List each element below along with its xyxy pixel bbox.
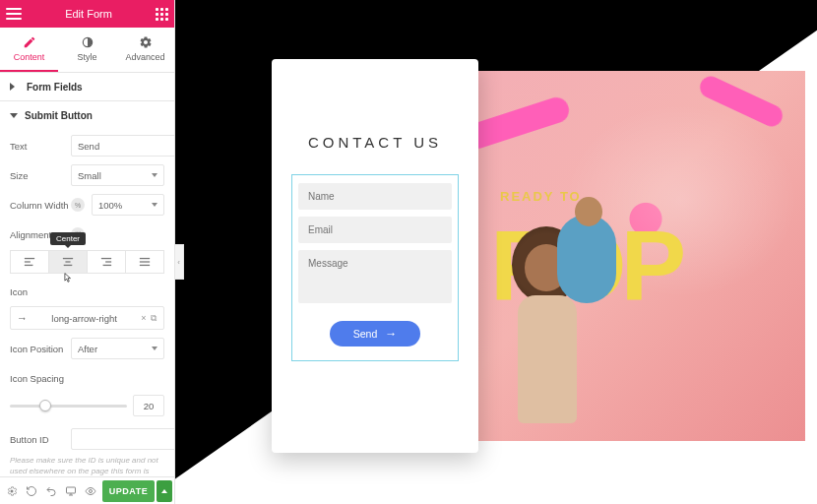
label-icon-spacing: Icon Spacing <box>10 373 164 384</box>
row-button-id: Button ID <box>10 426 164 452</box>
slider-icon-spacing[interactable] <box>10 396 127 415</box>
tooltip-center: Center <box>50 232 86 245</box>
row-size: Size Small <box>10 162 164 188</box>
caret-right-icon <box>10 83 19 91</box>
tab-style[interactable]: Style <box>58 28 116 72</box>
icon-library-name: long-arrow-right <box>51 313 117 324</box>
tab-advanced[interactable]: Advanced <box>116 28 174 72</box>
hamburger-icon[interactable] <box>6 8 22 20</box>
gear-icon <box>139 35 153 49</box>
style-icon <box>81 35 94 49</box>
editor-panel: Edit Form Content Style Advanced Form Fi… <box>0 0 175 504</box>
hero-image: READY TO POP <box>451 71 805 441</box>
row-icon-position: Icon Position After <box>10 336 164 361</box>
align-justify[interactable] <box>126 250 164 274</box>
input-name[interactable] <box>298 183 452 210</box>
history-button[interactable] <box>41 477 61 505</box>
card-heading: CONTACT US <box>308 134 442 151</box>
input-button-text[interactable] <box>71 135 174 157</box>
update-button[interactable]: UPDATE <box>102 480 155 502</box>
align-center-icon <box>62 257 74 267</box>
align-right-icon <box>100 257 112 267</box>
history-icon <box>26 485 37 497</box>
input-icon-spacing[interactable]: 20 <box>133 395 164 416</box>
row-text: Text <box>10 133 164 158</box>
send-button[interactable]: Send → <box>330 321 420 346</box>
contact-card: CONTACT US Send → <box>272 59 478 453</box>
label-size: Size <box>10 170 71 181</box>
label-icon: Icon <box>10 286 71 297</box>
tab-content[interactable]: Content <box>0 28 58 72</box>
panel-collapse-handle[interactable]: ‹ <box>174 244 184 280</box>
select-icon-position[interactable]: After <box>71 338 164 359</box>
photo-overline: READY TO <box>500 189 582 204</box>
row-column-width: Column Width % 100% <box>10 192 164 218</box>
svg-point-17 <box>90 489 93 492</box>
panel-scroll[interactable]: Form Fields Submit Button Text Size Smal… <box>0 73 174 476</box>
chevron-down-icon <box>152 203 157 207</box>
label-icon-position: Icon Position <box>10 344 71 354</box>
settings-button[interactable] <box>2 477 22 505</box>
label-text: Text <box>10 141 71 152</box>
unit-toggle[interactable]: % <box>71 198 85 212</box>
caret-up-icon <box>161 489 167 493</box>
panel-footer: UPDATE <box>0 476 174 504</box>
select-size[interactable]: Small <box>71 164 164 186</box>
preview-button[interactable] <box>81 477 100 505</box>
long-arrow-right-icon: → <box>385 327 397 341</box>
section-toggle-form-fields[interactable]: Form Fields <box>0 73 174 100</box>
input-button-id[interactable] <box>71 428 174 450</box>
panel-title: Edit Form <box>65 8 112 20</box>
responsive-button[interactable] <box>61 477 81 505</box>
pencil-icon <box>23 35 36 49</box>
widgets-grid-icon[interactable] <box>156 8 168 21</box>
select-column-width[interactable]: 100% <box>92 194 164 216</box>
section-form-fields: Form Fields <box>0 73 174 101</box>
label-column-width: Column Width <box>10 200 71 211</box>
chevron-down-icon <box>152 173 157 177</box>
row-icon-label: Icon <box>10 279 164 304</box>
caret-down-icon <box>10 113 18 118</box>
help-button-id: Please make sure the ID is unique and no… <box>10 456 164 476</box>
align-center[interactable]: Center <box>49 250 88 274</box>
alignment-choices: Center <box>10 249 164 275</box>
row-icon-spacing: 20 <box>10 393 164 418</box>
panel-tabs: Content Style Advanced <box>0 28 174 73</box>
section-submit-button: Submit Button Text Size Small Column Wid… <box>0 101 174 476</box>
long-arrow-right-icon: → <box>17 312 28 324</box>
desktop-icon <box>65 485 77 497</box>
send-button-label: Send <box>353 328 378 340</box>
section-toggle-submit-button[interactable]: Submit Button <box>0 101 174 129</box>
align-left-icon <box>24 257 35 267</box>
input-email[interactable] <box>298 217 452 243</box>
icon-picker[interactable]: → long-arrow-right × ⧉ <box>10 306 164 330</box>
photo-child <box>557 215 616 303</box>
form-widget-selected[interactable]: Send → <box>291 174 459 361</box>
row-alignment: Alignment ⬚ <box>10 221 164 247</box>
row-icon-spacing-label: Icon Spacing <box>10 365 164 391</box>
preview-canvas: READY TO POP CONTACT US Send → <box>175 0 817 504</box>
eye-icon <box>85 485 96 497</box>
svg-point-13 <box>11 489 14 492</box>
svg-rect-14 <box>67 487 76 493</box>
update-options[interactable] <box>157 480 172 502</box>
slider-thumb[interactable] <box>39 400 51 411</box>
chevron-down-icon <box>152 346 157 350</box>
panel-header: Edit Form <box>0 0 174 28</box>
align-right[interactable] <box>88 250 126 274</box>
icon-clear[interactable]: × ⧉ <box>141 313 157 324</box>
revisions-button[interactable] <box>22 477 41 505</box>
undo-icon <box>45 485 57 497</box>
align-left[interactable] <box>10 250 49 274</box>
label-button-id: Button ID <box>10 434 71 445</box>
align-justify-icon <box>139 257 151 267</box>
input-message[interactable] <box>298 250 452 303</box>
gear-icon <box>6 485 18 497</box>
